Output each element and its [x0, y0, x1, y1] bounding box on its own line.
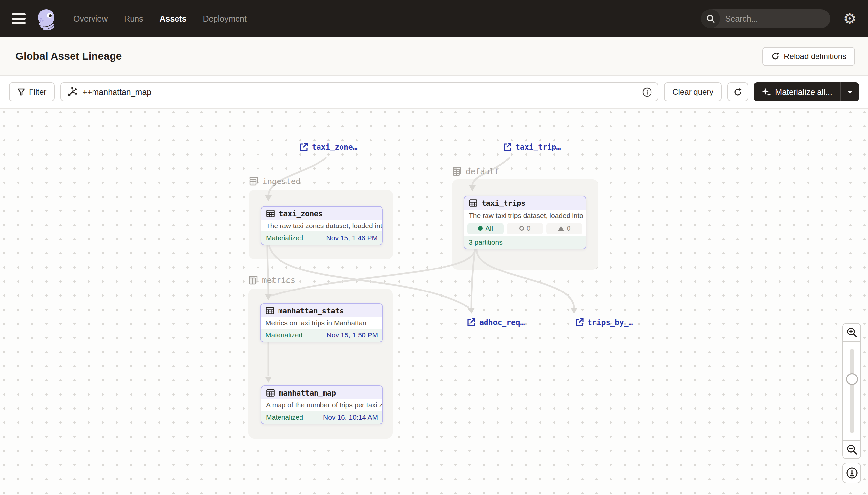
- partitions-missing-badge[interactable]: 0: [546, 223, 582, 234]
- zoom-out-button[interactable]: [843, 440, 861, 458]
- external-link-icon: [502, 142, 512, 152]
- asset-node-header: manhattan_stats: [261, 304, 383, 318]
- materialize-all-label: Materialize all...: [775, 87, 832, 97]
- chevron-down-icon: [847, 90, 853, 94]
- zoom-out-icon: [846, 444, 857, 455]
- asset-status-footer: Materialized Nov 15, 1:50 PM: [261, 328, 383, 342]
- zoom-in-icon: [846, 327, 857, 338]
- hollow-circle-icon: [519, 226, 524, 231]
- partitions-failed-count: 0: [527, 224, 531, 233]
- global-search[interactable]: /: [701, 9, 830, 28]
- asset-status-footer: Materialized Nov 15, 1:46 PM: [262, 232, 382, 244]
- nav-menu: Overview Runs Assets Deployment: [73, 14, 247, 24]
- external-asset-label: taxi_trip…: [515, 143, 561, 151]
- refresh-icon: [733, 88, 742, 97]
- refresh-icon: [771, 52, 780, 61]
- materialize-dropdown-button[interactable]: [841, 82, 859, 101]
- refresh-graph-button[interactable]: [727, 82, 748, 101]
- asset-name: taxi_zones: [279, 209, 322, 218]
- filter-button-label: Filter: [29, 87, 46, 97]
- table-icon: [266, 209, 275, 218]
- partitions-failed-badge[interactable]: 0: [507, 223, 543, 234]
- partitions-all-label: All: [485, 224, 493, 233]
- search-input[interactable]: [725, 14, 830, 24]
- asset-node-header: manhattan_map: [262, 386, 383, 399]
- partition-health-row: All 0 0: [464, 221, 586, 236]
- group-label-ingested[interactable]: ingested: [249, 176, 300, 186]
- gear-icon[interactable]: ⚙: [844, 12, 856, 26]
- external-asset-taxi-zone[interactable]: taxi_zone…: [299, 142, 357, 152]
- materialization-timestamp[interactable]: Nov 15, 1:46 PM: [326, 234, 377, 242]
- asset-node-taxi-zones[interactable]: taxi_zones The raw taxi zones dataset, l…: [261, 206, 383, 245]
- zoom-slider[interactable]: [843, 342, 861, 440]
- asset-node-manhattan-map[interactable]: manhattan_map A map of the number of tri…: [261, 386, 383, 424]
- asset-description: The raw taxi zones dataset, loaded int..…: [262, 220, 382, 232]
- lineage-canvas[interactable]: ingested default metrics: [0, 109, 868, 495]
- lineage-toolbar: Filter Clear query: [0, 76, 868, 109]
- external-asset-trips-by[interactable]: trips_by_…: [575, 318, 633, 327]
- asset-node-manhattan-stats[interactable]: manhattan_stats Metrics on taxi trips in…: [260, 303, 383, 342]
- funnel-icon: [17, 88, 25, 96]
- asset-query-input-wrap: [60, 82, 658, 101]
- nav-item-assets[interactable]: Assets: [160, 14, 187, 24]
- materialization-timestamp[interactable]: Nov 16, 10:14 AM: [323, 413, 378, 421]
- asset-name: manhattan_stats: [278, 307, 344, 315]
- page-header: Global Asset Lineage Reload definitions: [0, 37, 868, 76]
- reload-definitions-label: Reload definitions: [784, 52, 846, 61]
- group-label-default[interactable]: default: [452, 167, 499, 176]
- asset-node-header: taxi_trips: [464, 196, 586, 210]
- zoom-in-button[interactable]: [843, 324, 861, 342]
- clear-query-label: Clear query: [672, 87, 713, 97]
- table-icon: [469, 199, 478, 207]
- triangle-icon: [558, 226, 564, 231]
- hamburger-menu-icon[interactable]: [12, 14, 25, 24]
- asset-description: A map of the number of trips per taxi z.…: [262, 399, 383, 411]
- status-badge: Materialized: [265, 331, 302, 339]
- external-link-icon: [575, 318, 584, 327]
- download-icon: [846, 467, 858, 479]
- top-nav-bar: Overview Runs Assets Deployment / ⚙: [0, 0, 868, 37]
- asset-status-footer: 3 partitions: [464, 236, 586, 249]
- external-asset-label: adhoc_req…: [479, 318, 525, 327]
- external-asset-taxi-trip[interactable]: taxi_trip…: [502, 142, 561, 152]
- materialize-split-button: Materialize all...: [754, 82, 859, 101]
- search-icon: [701, 9, 720, 28]
- download-image-button[interactable]: [843, 463, 861, 483]
- nav-item-deployment[interactable]: Deployment: [203, 14, 247, 24]
- nav-item-overview[interactable]: Overview: [73, 14, 108, 24]
- nav-item-runs[interactable]: Runs: [124, 14, 143, 24]
- status-badge: Materialized: [266, 234, 303, 242]
- materialization-timestamp[interactable]: Nov 15, 1:50 PM: [327, 331, 378, 339]
- op-selector-icon: [67, 87, 77, 97]
- external-link-icon: [299, 142, 308, 152]
- asset-name: taxi_trips: [482, 199, 525, 207]
- sparkle-icon: [762, 87, 771, 97]
- dagster-logo-icon: [35, 7, 58, 30]
- info-icon[interactable]: [642, 87, 652, 97]
- group-label-text: default: [466, 167, 499, 176]
- asset-query-input[interactable]: [82, 87, 637, 97]
- reload-definitions-button[interactable]: Reload definitions: [762, 47, 855, 66]
- partitions-materialized-badge[interactable]: All: [467, 223, 503, 234]
- asset-status-footer: Materialized Nov 16, 10:14 AM: [262, 411, 383, 424]
- page-title: Global Asset Lineage: [15, 50, 122, 62]
- dagster-app: Overview Runs Assets Deployment / ⚙ Glob…: [0, 0, 868, 495]
- clear-query-button[interactable]: Clear query: [664, 82, 722, 101]
- zoom-slider-track[interactable]: [850, 349, 854, 433]
- asset-name: manhattan_map: [279, 389, 336, 397]
- partitions-count-label[interactable]: 3 partitions: [469, 238, 502, 246]
- group-label-metrics[interactable]: metrics: [248, 275, 295, 285]
- filled-circle-icon: [478, 226, 482, 231]
- external-asset-adhoc-req[interactable]: adhoc_req…: [466, 318, 525, 327]
- lineage-edges: [0, 109, 868, 495]
- asset-node-taxi-trips[interactable]: taxi_trips The raw taxi trips dataset, l…: [463, 195, 586, 250]
- filter-button[interactable]: Filter: [9, 82, 55, 101]
- zoom-slider-thumb[interactable]: [846, 373, 858, 385]
- table-group-icon: [452, 167, 462, 176]
- partitions-missing-count: 0: [567, 224, 571, 233]
- asset-node-header: taxi_zones: [262, 207, 382, 220]
- materialize-all-button[interactable]: Materialize all...: [754, 82, 840, 101]
- table-icon: [265, 306, 274, 315]
- external-asset-label: trips_by_…: [587, 318, 633, 327]
- asset-description: The raw taxi trips dataset, loaded into …: [464, 210, 586, 221]
